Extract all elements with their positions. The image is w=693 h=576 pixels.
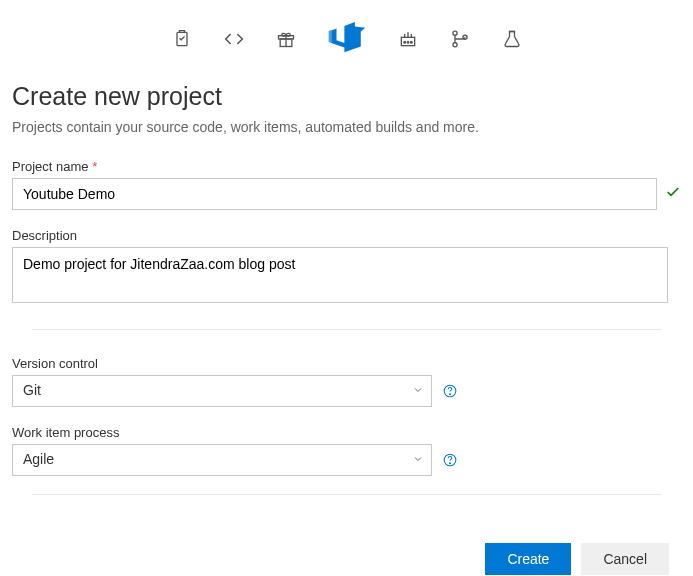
version-control-label: Version control <box>12 356 681 371</box>
work-item-process-select[interactable]: Agile <box>12 444 432 476</box>
clipboard-icon[interactable] <box>170 27 194 51</box>
create-button[interactable]: Create <box>485 543 571 575</box>
create-project-form: Create new project Projects contain your… <box>0 70 693 495</box>
svg-point-4 <box>403 42 405 44</box>
cancel-button[interactable]: Cancel <box>581 543 669 575</box>
devops-logo-icon[interactable] <box>326 18 368 60</box>
divider <box>32 329 661 330</box>
repos-icon[interactable] <box>448 27 472 51</box>
description-label: Description <box>12 228 681 243</box>
project-name-input[interactable] <box>12 178 657 210</box>
page-title: Create new project <box>12 82 681 111</box>
svg-point-5 <box>407 42 409 44</box>
project-name-label: Project name * <box>12 159 681 174</box>
divider <box>32 494 661 495</box>
testplans-icon[interactable] <box>500 27 524 51</box>
service-toolbar <box>0 0 693 70</box>
required-asterisk: * <box>92 159 97 174</box>
description-input[interactable] <box>12 247 668 303</box>
work-item-process-label: Work item process <box>12 425 681 440</box>
svg-point-11 <box>450 394 451 395</box>
build-icon[interactable] <box>396 27 420 51</box>
code-icon[interactable] <box>222 27 246 51</box>
svg-point-8 <box>452 43 456 47</box>
version-control-select[interactable]: Git <box>12 375 432 407</box>
gift-icon[interactable] <box>274 27 298 51</box>
help-icon[interactable] <box>442 452 458 468</box>
page-subtitle: Projects contain your source code, work … <box>12 119 681 135</box>
svg-point-6 <box>410 42 412 44</box>
svg-point-13 <box>450 463 451 464</box>
footer-actions: Create Cancel <box>0 521 693 575</box>
check-icon <box>665 184 681 205</box>
svg-point-7 <box>452 31 456 35</box>
help-icon[interactable] <box>442 383 458 399</box>
